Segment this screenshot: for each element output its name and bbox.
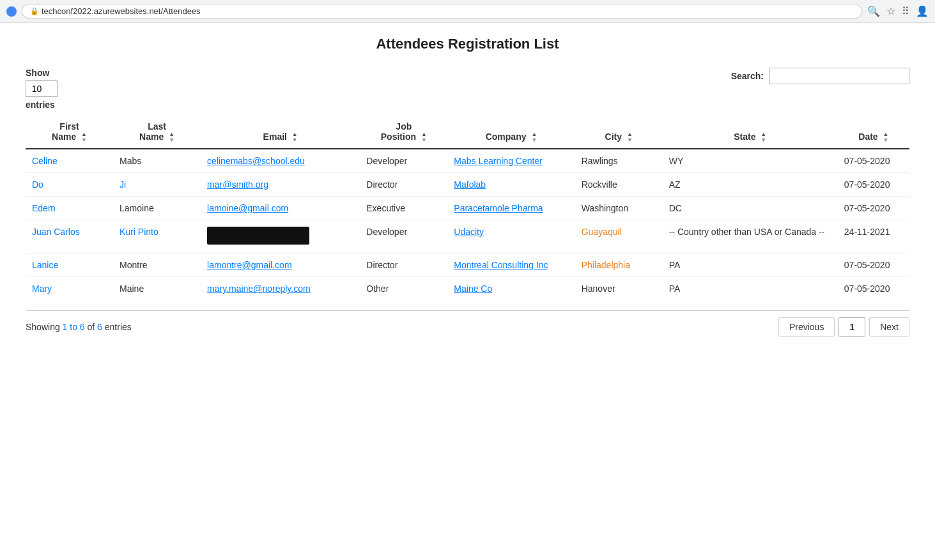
table-cell: Mabs: [113, 149, 201, 173]
browser-favicon: [6, 6, 17, 17]
email-cell: [201, 220, 360, 254]
show-label: Show: [26, 68, 58, 78]
table-cell: PA: [663, 254, 838, 277]
table-cell: Director: [360, 173, 447, 197]
city-cell: Hanover: [575, 277, 663, 301]
table-cell: Montre: [113, 254, 201, 277]
search-label: Search:: [731, 71, 764, 81]
col-company[interactable]: Company ▲ ▼: [447, 116, 575, 149]
table-cell: Director: [360, 254, 447, 277]
table-cell: 24-11-2021: [838, 220, 909, 254]
table-row: LaniceMontrelamontre@gmail.comDirectorMo…: [26, 254, 909, 277]
table-row: EdemLamoinelamoine@gmail.comExecutivePar…: [26, 197, 909, 220]
table-cell[interactable]: Udacity: [447, 220, 575, 254]
attendees-table: FirstName ▲ ▼ LastName ▲ ▼ Email: [26, 116, 909, 300]
table-cell[interactable]: Ji: [113, 173, 201, 197]
next-button[interactable]: Next: [869, 317, 909, 337]
table-cell[interactable]: Lanice: [26, 254, 113, 277]
sort-arrows-date: ▲ ▼: [883, 132, 889, 143]
email-cell[interactable]: mar@smith.org: [201, 173, 360, 197]
table-cell[interactable]: Mary: [26, 277, 113, 301]
table-cell[interactable]: Edem: [26, 197, 113, 220]
table-cell: Maine: [113, 277, 201, 301]
table-row: DoJimar@smith.orgDirectorMafolabRockvill…: [26, 173, 909, 197]
footer-row: Showing 1 to 6 of 6 entries Previous 1 N…: [26, 310, 909, 337]
table-cell: -- Country other than USA or Canada --: [663, 220, 838, 254]
table-cell: AZ: [663, 173, 838, 197]
col-email[interactable]: Email ▲ ▼: [201, 116, 360, 149]
showing-range: 1 to 6: [63, 322, 85, 332]
search-icon[interactable]: 🔍: [867, 5, 880, 17]
table-cell[interactable]: Montreal Consulting Inc: [447, 254, 575, 277]
table-cell: Lamoine: [113, 197, 201, 220]
city-cell: Rawlings: [575, 149, 663, 173]
city-cell: Rockville: [575, 173, 663, 197]
sort-arrows-first-name: ▲ ▼: [81, 132, 87, 143]
pagination: Previous 1 Next: [778, 317, 909, 337]
table-cell[interactable]: Paracetamole Pharma: [447, 197, 575, 220]
sort-arrows-last-name: ▲ ▼: [169, 132, 174, 143]
sort-arrows-state: ▲ ▼: [761, 132, 766, 143]
entries-per-page-input[interactable]: [26, 80, 58, 97]
lock-icon: 🔒: [30, 7, 39, 15]
table-cell[interactable]: Kuri Pinto: [113, 220, 201, 254]
table-cell: Developer: [360, 220, 447, 254]
page-title: Attendees Registration List: [26, 36, 909, 52]
table-cell[interactable]: Mabs Learning Center: [447, 149, 575, 173]
show-entries-control: Show entries: [26, 68, 58, 110]
table-cell: 07-05-2020: [838, 277, 909, 301]
controls-row: Show entries Search:: [26, 68, 909, 110]
col-first-name[interactable]: FirstName ▲ ▼: [26, 116, 113, 149]
city-cell: Guayaquil: [575, 220, 663, 254]
table-row: Juan CarlosKuri PintoDeveloperUdacityGua…: [26, 220, 909, 254]
sort-arrows-email: ▲ ▼: [292, 132, 298, 143]
table-cell: 07-05-2020: [838, 149, 909, 173]
profile-icon[interactable]: 👤: [916, 5, 929, 17]
col-job-position[interactable]: JobPosition ▲ ▼: [360, 116, 447, 149]
table-cell[interactable]: Do: [26, 173, 113, 197]
table-cell: 07-05-2020: [838, 197, 909, 220]
table-header-row: FirstName ▲ ▼ LastName ▲ ▼ Email: [26, 116, 909, 149]
table-cell: Other: [360, 277, 447, 301]
table-cell: DC: [663, 197, 838, 220]
table-cell: 07-05-2020: [838, 254, 909, 277]
table-cell: Developer: [360, 149, 447, 173]
showing-count: 6: [97, 322, 102, 332]
address-text: techconf2022.azurewebsites.net/Attendees: [42, 6, 201, 16]
table-cell: Executive: [360, 197, 447, 220]
search-input[interactable]: [769, 68, 909, 84]
star-icon[interactable]: ☆: [886, 5, 895, 17]
col-last-name[interactable]: LastName ▲ ▼: [113, 116, 201, 149]
sort-arrows-company: ▲ ▼: [531, 132, 537, 143]
email-cell[interactable]: mary.maine@noreply.com: [201, 277, 360, 301]
email-cell[interactable]: lamontre@gmail.com: [201, 254, 360, 277]
table-row: CelineMabscelinemabs@school.eduDeveloper…: [26, 149, 909, 173]
previous-button[interactable]: Previous: [778, 317, 835, 337]
table-cell[interactable]: Maine Co: [447, 277, 575, 301]
address-bar[interactable]: 🔒 techconf2022.azurewebsites.net/Attende…: [22, 4, 862, 19]
city-cell: Washington: [575, 197, 663, 220]
email-cell[interactable]: lamoine@gmail.com: [201, 197, 360, 220]
page-1-button[interactable]: 1: [838, 317, 865, 337]
table-cell[interactable]: Juan Carlos: [26, 220, 113, 254]
browser-bar: 🔒 techconf2022.azurewebsites.net/Attende…: [0, 0, 935, 23]
sort-arrows-city: ▲ ▼: [627, 132, 633, 143]
col-date[interactable]: Date ▲ ▼: [838, 116, 909, 149]
table-cell[interactable]: Celine: [26, 149, 113, 173]
table-cell: WY: [663, 149, 838, 173]
col-city[interactable]: City ▲ ▼: [575, 116, 663, 149]
table-cell: PA: [663, 277, 838, 301]
sort-arrows-job: ▲ ▼: [421, 132, 427, 143]
redacted-email: [207, 227, 309, 245]
showing-text: Showing 1 to 6 of 6 entries: [26, 322, 132, 332]
city-cell: Philadelphia: [575, 254, 663, 277]
table-row: MaryMainemary.maine@noreply.comOtherMain…: [26, 277, 909, 301]
table-cell: 07-05-2020: [838, 173, 909, 197]
browser-toolbar: 🔍 ☆ ⠿ 👤: [867, 5, 929, 17]
email-cell[interactable]: celinemabs@school.edu: [201, 149, 360, 173]
extensions-icon[interactable]: ⠿: [902, 5, 909, 17]
search-area: Search:: [731, 68, 909, 84]
col-state[interactable]: State ▲ ▼: [663, 116, 838, 149]
table-cell[interactable]: Mafolab: [447, 173, 575, 197]
entries-label: entries: [26, 100, 58, 110]
